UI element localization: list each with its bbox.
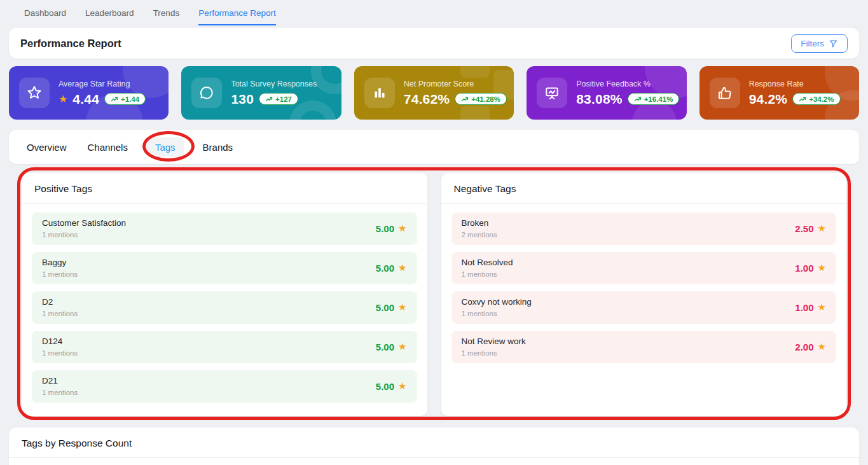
trending-up-icon (111, 95, 118, 103)
kpi-delta-badge: +127 (259, 93, 298, 105)
kpi-delta-badge: +41.28% (455, 93, 507, 105)
tags-content: Positive Tags Customer Satisfaction 1 me… (0, 173, 868, 416)
tab-channels[interactable]: Channels (88, 137, 128, 157)
positive-tags-title: Positive Tags (22, 173, 427, 204)
trending-up-icon (634, 95, 642, 103)
tab-tags[interactable]: Tags (146, 137, 184, 157)
tag-rating: 1.00 (795, 302, 826, 313)
tag-mentions: 1 mentions (462, 310, 532, 317)
star-icon (398, 341, 406, 352)
tag-rating: 5.00 (376, 341, 407, 352)
kpi-value: 130 (231, 92, 254, 107)
tag-mentions: 1 mentions (42, 310, 78, 317)
kpi-label: Net Promoter Score (404, 80, 507, 88)
kpi-delta-badge: +34.2% (792, 93, 840, 105)
top-navigation: Dashboard Leaderboard Trends Performance… (0, 0, 868, 25)
kpi-value: 83.08% (576, 92, 622, 107)
page-title: Performance Report (20, 38, 121, 50)
tag-rating: 1.00 (795, 262, 826, 274)
filters-button-label: Filters (801, 39, 824, 48)
chat-bubble-icon (191, 78, 222, 108)
tag-name: Baggy (42, 258, 78, 267)
tag-row[interactable]: Not Resolved 1 mentions 1.00 (451, 252, 837, 284)
kpi-card-total-survey-responses: Total Survey Responses 130 +127 (181, 66, 341, 120)
thumbs-up-icon (710, 78, 740, 108)
star-icon (818, 262, 826, 274)
card-decoration (460, 106, 490, 120)
kpi-value: 4.44 (72, 92, 99, 107)
star-icon (398, 223, 406, 234)
tags-by-response-count-panel: Tags by Response Count (9, 427, 859, 465)
tag-rating: 5.00 (376, 223, 407, 234)
star-icon (398, 302, 406, 313)
tab-brands[interactable]: Brands (203, 137, 233, 157)
funnel-icon (829, 39, 838, 48)
tag-rating: 5.00 (376, 302, 407, 313)
kpi-card-average-star-rating: Average Star Rating 4.44 +1.44 (9, 66, 169, 120)
tag-name: Coxvy not working (462, 297, 532, 307)
nav-item-performance-report[interactable]: Performance Report (198, 0, 276, 25)
nav-item-trends[interactable]: Trends (153, 0, 180, 25)
report-tabs: Overview Channels Tags Brands (9, 130, 859, 164)
tag-row[interactable]: D124 1 mentions 5.00 (32, 331, 417, 363)
star-icon (398, 380, 406, 392)
kpi-card-response-rate: Response Rate 94.2% +34.2% (699, 66, 859, 120)
tag-rating: 2.00 (795, 341, 826, 352)
tab-overview[interactable]: Overview (27, 137, 67, 157)
nav-item-dashboard[interactable]: Dashboard (24, 0, 66, 25)
tag-name: D21 (42, 376, 78, 385)
kpi-label: Response Rate (749, 80, 841, 88)
kpi-card-net-promoter-score: Net Promoter Score 74.62% +41.28% (354, 66, 514, 120)
trending-up-icon (265, 95, 273, 103)
tag-mentions: 1 mentions (42, 349, 78, 357)
tag-row[interactable]: Baggy 1 mentions 5.00 (32, 252, 417, 284)
trending-up-icon (799, 95, 806, 103)
kpi-value: 74.62% (404, 92, 450, 107)
tag-row[interactable]: D2 1 mentions 5.00 (32, 291, 417, 324)
tag-name: Not Resolved (462, 258, 513, 267)
tag-name: Customer Satisfaction (42, 218, 126, 228)
tag-rating: 2.50 (795, 223, 826, 234)
tag-mentions: 1 mentions (42, 389, 78, 396)
tag-rating: 5.00 (376, 262, 407, 274)
nav-item-leaderboard[interactable]: Leaderboard (85, 0, 134, 25)
kpi-label: Total Survey Responses (231, 80, 317, 88)
presentation-icon (537, 78, 567, 108)
tag-row[interactable]: Coxvy not working 1 mentions 1.00 (451, 291, 837, 324)
gold-star-icon (59, 93, 67, 105)
tag-name: D124 (42, 337, 78, 346)
star-icon (818, 302, 826, 313)
tag-name: Not Review work (462, 337, 526, 346)
tags-by-response-count-title: Tags by Response Count (9, 427, 859, 458)
tag-row[interactable]: Not Review work 1 mentions 2.00 (451, 331, 837, 363)
negative-tags-title: Negative Tags (441, 173, 847, 204)
kpi-delta-badge: +1.44 (104, 93, 146, 105)
tag-mentions: 1 mentions (42, 270, 78, 278)
trending-up-icon (461, 95, 469, 103)
card-decoration (460, 66, 490, 78)
positive-tags-panel: Positive Tags Customer Satisfaction 1 me… (22, 173, 427, 416)
tag-row[interactable]: Broken 2 mentions 2.50 (451, 212, 837, 245)
tag-mentions: 2 mentions (462, 231, 497, 239)
tag-row[interactable]: D21 1 mentions 5.00 (32, 370, 417, 403)
page-header: Performance Report Filters (9, 28, 859, 59)
kpi-label: Positive Feedback % (576, 80, 679, 88)
star-icon (818, 223, 826, 234)
tag-mentions: 1 mentions (462, 349, 526, 357)
tag-row[interactable]: Customer Satisfaction 1 mentions 5.00 (32, 212, 417, 245)
bar-chart-icon (364, 78, 395, 108)
kpi-delta-badge: +16.41% (628, 93, 680, 105)
tag-rating: 5.00 (376, 380, 407, 392)
tag-name: D2 (42, 297, 78, 307)
negative-tags-panel: Negative Tags Broken 2 mentions 2.50 Not… (441, 173, 847, 416)
kpi-cards-row: Average Star Rating 4.44 +1.44 Total Sur… (9, 66, 859, 120)
kpi-value: 94.2% (749, 92, 788, 107)
star-icon (19, 78, 50, 108)
kpi-card-positive-feedback: Positive Feedback % 83.08% +16.41% (527, 66, 686, 120)
tag-mentions: 1 mentions (462, 270, 513, 278)
tag-name: Broken (462, 218, 497, 228)
tag-mentions: 1 mentions (42, 231, 126, 239)
star-icon (398, 262, 406, 274)
star-icon (818, 341, 826, 352)
filters-button[interactable]: Filters (791, 34, 848, 53)
